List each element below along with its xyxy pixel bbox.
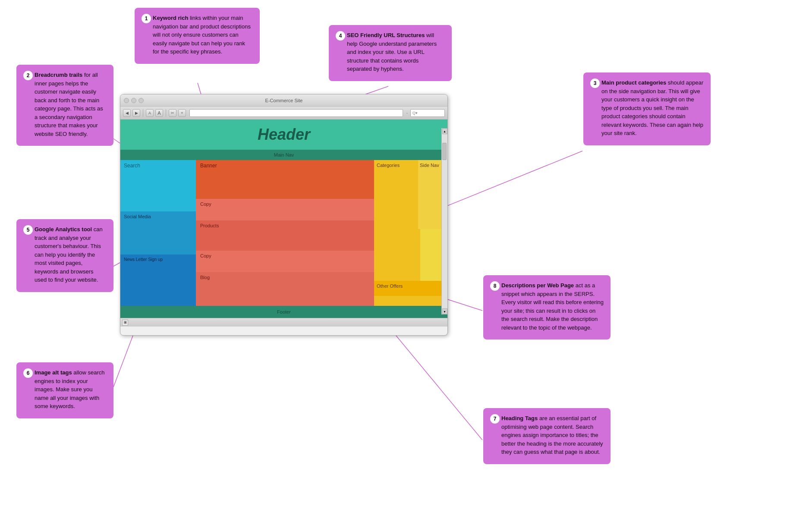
annotation-box-2: 2 Breadcrumb trails for all inner pages … [16, 65, 113, 146]
newsletter-label: News Letter Sign up [124, 257, 163, 262]
social-media-label: Social Media [124, 214, 151, 219]
annotation-number-5: 5 [23, 225, 33, 235]
site-main-nav[interactable]: Main Nav [120, 150, 447, 160]
annotation-number-3: 3 [590, 79, 600, 88]
font-small-button[interactable]: A [146, 109, 154, 117]
annotation-number-6: 6 [23, 368, 33, 378]
side-nav-label: Side Nav [420, 163, 439, 168]
search-label: Search [124, 163, 140, 169]
site-banner[interactable]: Banner [196, 160, 374, 199]
categories-label: Categories [377, 163, 400, 168]
site-social-box[interactable]: Social Media [120, 211, 196, 255]
toolbar-search[interactable]: Q▾ [410, 109, 445, 117]
annotation-title-7: Heading Tags [501, 415, 538, 421]
svg-line-2 [434, 151, 582, 211]
annotation-number-8: 8 [490, 281, 500, 291]
site-body: Search Social Media News Letter Sign up … [120, 160, 447, 306]
site-header: Header [120, 119, 447, 150]
annotation-number-1: 1 [142, 14, 151, 23]
browser-dot-yellow[interactable] [131, 98, 136, 103]
scissors-button[interactable]: ✂ [169, 109, 176, 117]
browser-dots [124, 98, 144, 103]
back-button[interactable]: ◀ [123, 109, 131, 117]
search-dash: - [406, 111, 408, 115]
site-main-content: Banner Copy Products Copy Blog [196, 160, 374, 306]
site-copy2[interactable]: Copy [196, 251, 374, 272]
toolbar-divider-1 [143, 109, 143, 117]
site-footer: Footer [120, 306, 447, 318]
site-right-top: Categories Side Nav [374, 160, 447, 229]
browser-content: Header Main Nav Search Social Media News… [120, 119, 447, 318]
annotation-title-6: Image alt tags [35, 369, 72, 376]
site-left-column: Search Social Media News Letter Sign up [120, 160, 196, 306]
site-other-offers[interactable]: Other Offers [374, 281, 447, 296]
other-offers-label: Other Offers [377, 283, 403, 289]
scrollbar-up[interactable]: ▲ [442, 128, 447, 134]
copy1-label: Copy [200, 201, 211, 207]
annotation-title-8: Descriptions per Web Page [501, 282, 574, 289]
annotation-number-2: 2 [23, 71, 33, 80]
annotation-box-5: 5 Google Analytics tool can track and an… [16, 219, 113, 292]
site-copy1[interactable]: Copy [196, 199, 374, 220]
blog-label: Blog [200, 275, 210, 280]
annotation-body-2: for all inner pages helps the customer n… [35, 72, 103, 137]
browser-window: E-Commerce Site ◀ ▶ A A ✂ + - Q▾ ▲ ▼ Hea… [120, 94, 448, 336]
toolbar-divider-2 [166, 109, 166, 117]
annotation-box-4: 4 SEO Friendly URL Structures will help … [329, 25, 452, 81]
annotation-body-3: should appear on the side navigation bar… [601, 79, 703, 136]
address-bar[interactable] [189, 109, 403, 117]
annotation-box-1: 1 Keyword rich links within your main na… [135, 8, 260, 64]
annotation-number-7: 7 [490, 414, 500, 424]
browser-dot-green[interactable] [138, 98, 144, 103]
browser-scrollbar[interactable]: ▲ ▼ [441, 128, 447, 314]
annotation-box-8: 8 Descriptions per Web Page act as a sni… [483, 275, 611, 339]
statusbar-icon: ⊞ [122, 320, 128, 326]
site-products[interactable]: Products [196, 220, 374, 251]
annotation-title-3: Main product categories [601, 79, 666, 86]
annotation-box-7: 7 Heading Tags are an essential part of … [483, 408, 611, 464]
annotation-box-6: 6 Image alt tags allow search engines to… [16, 362, 113, 418]
browser-title: E-Commerce Site [265, 98, 303, 103]
footer-label: Footer [277, 309, 291, 314]
annotation-title-1: Keyword rich [153, 15, 188, 21]
annotation-title-2: Breadcrumb trails [35, 72, 82, 78]
scrollbar-thumb[interactable] [442, 143, 447, 160]
browser-dot-red[interactable] [124, 98, 129, 103]
annotation-body-5: can track and analyse your customer's be… [35, 226, 103, 283]
products-label: Products [200, 223, 219, 228]
site-right-column: Categories Side Nav Other Offers [374, 160, 447, 306]
site-right-bottom [374, 296, 447, 306]
main-nav-label: Main Nav [274, 152, 294, 157]
site-categories[interactable]: Categories [374, 160, 418, 229]
font-large-button[interactable]: A [155, 109, 163, 117]
browser-toolbar: ◀ ▶ A A ✂ + - Q▾ [120, 107, 447, 119]
annotation-title-5: Google Analytics tool [35, 226, 92, 233]
annotation-box-3: 3 Main product categories should appear … [583, 72, 711, 145]
browser-statusbar: ⊞ [120, 318, 447, 327]
scrollbar-down[interactable]: ▼ [442, 308, 447, 314]
site-newsletter-box[interactable]: News Letter Sign up [120, 255, 196, 306]
annotation-body-8: act as a snippet which appears in the SE… [501, 282, 604, 331]
annotation-title-4: SEO Friendly URL Structures [347, 32, 425, 38]
banner-label: Banner [200, 163, 217, 169]
copy2-label: Copy [200, 253, 211, 258]
forward-button[interactable]: ▶ [132, 109, 140, 117]
site-blog[interactable]: Blog [196, 272, 374, 306]
site-right-mid [374, 229, 447, 281]
browser-titlebar: E-Commerce Site [120, 94, 447, 107]
scrollbar-track [442, 134, 447, 308]
site-search-box[interactable]: Search [120, 160, 196, 211]
site-header-text: Header [258, 126, 310, 144]
plus-button[interactable]: + [178, 109, 186, 117]
annotation-number-4: 4 [336, 31, 345, 41]
site-cat-small [374, 229, 420, 281]
